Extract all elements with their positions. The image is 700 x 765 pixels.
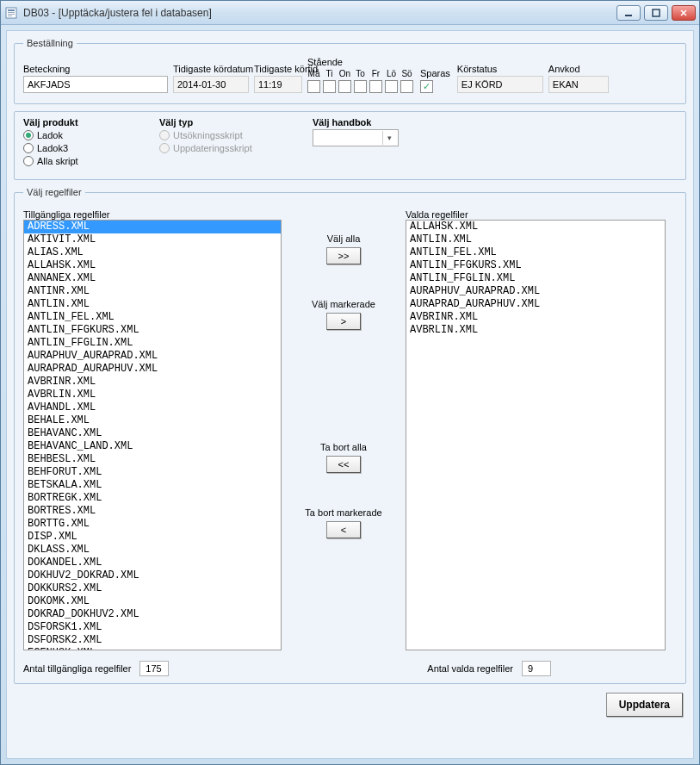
list-item[interactable]: AVHANDL.XML	[24, 401, 281, 414]
list-item[interactable]: AVBRINR.XML	[24, 376, 281, 389]
typ-legend: Välj typ	[159, 117, 288, 128]
list-item[interactable]: DISP.XML	[24, 531, 281, 544]
remove-all-button[interactable]: <<	[326, 456, 361, 473]
maximize-button[interactable]	[644, 5, 668, 21]
list-item[interactable]: BEHAVANC.XML	[24, 427, 281, 440]
list-item[interactable]: BORTREGK.XML	[24, 492, 281, 505]
bestallning-group: Beställning Beteckning Tidigaste kördatu…	[14, 38, 686, 104]
kordatum-label: Tidigaste kördatum	[173, 64, 249, 74]
radio-label: Ladok	[37, 130, 63, 140]
list-item[interactable]: ANTLIN_FFGLIN.XML	[406, 272, 665, 285]
day-col-ti: Ti	[323, 69, 336, 93]
list-item[interactable]: AURAPHUV_AURAPRAD.XML	[24, 350, 281, 363]
client-area: Beställning Beteckning Tidigaste kördatu…	[6, 30, 694, 759]
remove-marked-button[interactable]: <	[326, 521, 361, 538]
select-all-label: Välj alla	[326, 233, 361, 244]
list-item[interactable]: BORTTG.XML	[24, 518, 281, 531]
list-item[interactable]: EGENHSK.XML	[24, 647, 281, 650]
list-item[interactable]: ADRESS.XML	[24, 221, 281, 233]
handbok-legend: Välj handbok	[313, 117, 399, 128]
list-item[interactable]: DSFORSK2.XML	[24, 634, 281, 647]
count-available-value: 175	[139, 661, 169, 676]
kordatum-value: 2014-01-30	[173, 76, 249, 93]
day-label: Fr	[372, 69, 380, 78]
list-item[interactable]: DSFORSK1.XML	[24, 621, 281, 634]
list-item[interactable]: DOKHUV2_DOKRAD.XML	[24, 569, 281, 582]
svg-rect-2	[8, 12, 15, 13]
anvkod-value: EKAN	[548, 76, 609, 93]
list-item[interactable]: AVBRINR.XML	[406, 311, 665, 324]
svg-rect-5	[625, 15, 632, 16]
list-item[interactable]: DOKKURS2.XML	[24, 582, 281, 595]
day-label: Lö	[387, 69, 396, 78]
radio-label: Ladok3	[37, 143, 68, 153]
kortid-label: Tidigaste körtid	[254, 64, 302, 74]
list-item[interactable]: AURAPRAD_AURAPHUV.XML	[24, 363, 281, 376]
remove-marked-label: Ta bort markerade	[305, 507, 381, 518]
count-selected-label: Antal valda regelfiler	[427, 663, 513, 674]
list-item[interactable]: BEHFORUT.XML	[24, 466, 281, 479]
selected-listbox[interactable]: ALLAHSK.XMLANTLIN.XMLANTLIN_FEL.XMLANTLI…	[406, 220, 666, 650]
list-item[interactable]: ALLAHSK.XML	[24, 259, 281, 272]
day-label: To	[356, 69, 365, 78]
day-checkbox-ti[interactable]	[323, 80, 336, 93]
korstatus-label: Körstatus	[457, 64, 543, 74]
day-checkbox-on[interactable]	[338, 80, 351, 93]
produkt-radio-ladok[interactable]: Ladok	[23, 130, 135, 140]
list-item[interactable]: DOKANDEL.XML	[24, 557, 281, 569]
list-item[interactable]: ANTLIN_FFGLIN.XML	[24, 337, 281, 350]
handbok-combo[interactable]: ▾	[313, 129, 399, 146]
update-button[interactable]: Uppdatera	[606, 693, 683, 717]
day-col-lö: Lö	[385, 69, 398, 93]
list-item[interactable]: DKLASS.XML	[24, 544, 281, 557]
list-item[interactable]: AVBRLIN.XML	[24, 389, 281, 401]
list-item[interactable]: ANTLIN_FEL.XML	[24, 311, 281, 324]
list-item[interactable]: BETSKALA.XML	[24, 479, 281, 492]
staende-label: Stående	[307, 57, 413, 67]
list-item[interactable]: ANTLIN_FEL.XML	[406, 246, 665, 259]
list-item[interactable]: DOKRAD_DOKHUV2.XML	[24, 608, 281, 621]
filter-group: Välj produkt LadokLadok3Alla skript Välj…	[14, 111, 686, 180]
list-item[interactable]: ANTLIN.XML	[406, 233, 665, 246]
svg-rect-3	[8, 14, 15, 15]
list-item[interactable]: ANTINR.XML	[24, 285, 281, 298]
day-checkbox-lö[interactable]	[385, 80, 398, 93]
list-item[interactable]: AVBRLIN.XML	[406, 324, 665, 337]
list-item[interactable]: ANTLIN.XML	[24, 298, 281, 311]
list-item[interactable]: ALIAS.XML	[24, 246, 281, 259]
list-item[interactable]: AURAPRAD_AURAPHUV.XML	[406, 298, 665, 311]
list-item[interactable]: ALLAHSK.XML	[406, 221, 665, 233]
select-marked-button[interactable]: >	[326, 313, 361, 330]
select-all-button[interactable]: >>	[326, 247, 361, 264]
list-item[interactable]: DOKOMK.XML	[24, 595, 281, 608]
available-listbox[interactable]: ADRESS.XMLAKTIVIT.XMLALIAS.XMLALLAHSK.XM…	[23, 220, 282, 650]
radio-icon	[159, 143, 170, 153]
list-item[interactable]: ANTLIN_FFGKURS.XML	[406, 259, 665, 272]
day-checkbox-må[interactable]	[307, 80, 320, 93]
minimize-button[interactable]	[616, 5, 641, 21]
svg-rect-6	[653, 9, 660, 16]
list-item[interactable]: ANTLIN_FFGKURS.XML	[24, 324, 281, 337]
radio-label: Alla skript	[37, 156, 78, 166]
chevron-down-icon: ▾	[382, 131, 396, 145]
kortid-value: 11:19	[254, 76, 302, 93]
list-item[interactable]: ANNANEX.XML	[24, 272, 281, 285]
day-checkbox-fr[interactable]	[369, 80, 382, 93]
day-col-on: On	[338, 69, 351, 93]
list-item[interactable]: BEHAVANC_LAND.XML	[24, 440, 281, 453]
list-item[interactable]: AURAPHUV_AURAPRAD.XML	[406, 285, 665, 298]
beteckning-input[interactable]	[23, 76, 168, 93]
close-button[interactable]	[672, 5, 696, 21]
list-item[interactable]: BEHBESL.XML	[24, 453, 281, 466]
radio-icon	[23, 156, 34, 166]
day-label: On	[339, 69, 350, 78]
produkt-radio-ladok3[interactable]: Ladok3	[23, 143, 135, 153]
list-item[interactable]: BORTRES.XML	[24, 505, 281, 518]
day-checkbox-to[interactable]	[354, 80, 367, 93]
list-item[interactable]: BEHALE.XML	[24, 414, 281, 427]
radio-icon	[23, 130, 34, 140]
list-item[interactable]: AKTIVIT.XML	[24, 233, 281, 246]
day-checkbox-sö[interactable]	[400, 80, 413, 93]
produkt-radio-alla-skript[interactable]: Alla skript	[23, 156, 135, 166]
sparas-checkbox[interactable]	[420, 80, 433, 93]
